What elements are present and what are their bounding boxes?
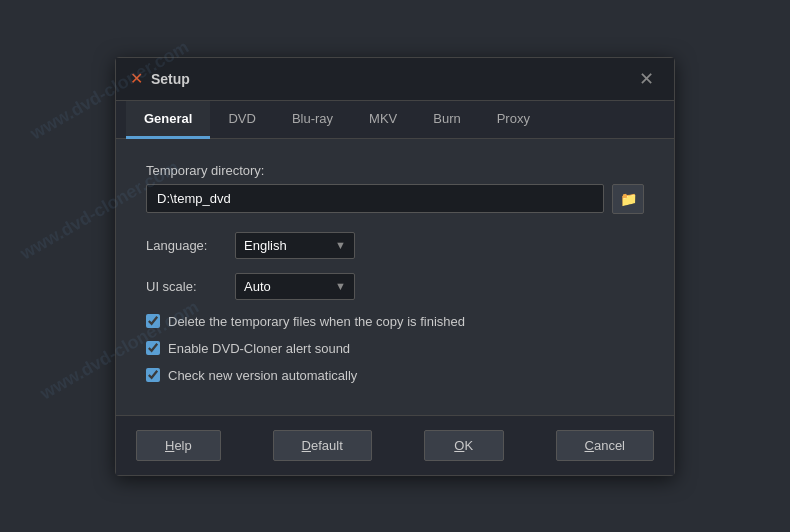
tab-mkv[interactable]: MKV xyxy=(351,101,415,139)
ok-button[interactable]: OK xyxy=(424,430,504,461)
tab-proxy[interactable]: Proxy xyxy=(479,101,548,139)
browse-button[interactable]: 📁 xyxy=(612,184,644,214)
checkbox-delete-temp-label: Delete the temporary files when the copy… xyxy=(168,314,465,329)
folder-icon: 📁 xyxy=(620,191,637,207)
language-dropdown[interactable]: English ▼ xyxy=(235,232,355,259)
tab-bluray[interactable]: Blu-ray xyxy=(274,101,351,139)
temp-dir-label: Temporary directory: xyxy=(146,163,644,178)
ui-scale-dropdown[interactable]: Auto ▼ xyxy=(235,273,355,300)
temp-dir-input[interactable] xyxy=(146,184,604,213)
tab-dvd[interactable]: DVD xyxy=(210,101,273,139)
language-label: Language: xyxy=(146,238,221,253)
checkbox-alert-sound-row: Enable DVD-Cloner alert sound xyxy=(146,341,644,356)
content-area: Temporary directory: 📁 Language: English… xyxy=(116,139,674,415)
checkbox-check-version-row: Check new version automatically xyxy=(146,368,644,383)
language-row: Language: English ▼ xyxy=(146,232,644,259)
checkbox-check-version[interactable] xyxy=(146,368,160,382)
checkbox-alert-sound[interactable] xyxy=(146,341,160,355)
title-bar: ✕ Setup ✕ xyxy=(116,58,674,101)
checkbox-delete-temp-row: Delete the temporary files when the copy… xyxy=(146,314,644,329)
dropdown-arrow-icon: ▼ xyxy=(335,239,346,251)
temp-dir-row: 📁 xyxy=(146,184,644,214)
checkbox-alert-sound-label: Enable DVD-Cloner alert sound xyxy=(168,341,350,356)
app-icon: ✕ xyxy=(130,69,143,88)
dropdown-arrow-icon-2: ▼ xyxy=(335,280,346,292)
checkbox-check-version-label: Check new version automatically xyxy=(168,368,357,383)
language-value: English xyxy=(244,238,287,253)
setup-dialog: ✕ Setup ✕ General DVD Blu-ray MKV Burn P… xyxy=(115,57,675,476)
tab-bar: General DVD Blu-ray MKV Burn Proxy xyxy=(116,101,674,139)
ui-scale-label: UI scale: xyxy=(146,279,221,294)
temp-dir-section: Temporary directory: 📁 xyxy=(146,163,644,214)
tab-general[interactable]: General xyxy=(126,101,210,139)
tab-burn[interactable]: Burn xyxy=(415,101,478,139)
ui-scale-row: UI scale: Auto ▼ xyxy=(146,273,644,300)
cancel-button[interactable]: Cancel xyxy=(556,430,654,461)
ui-scale-value: Auto xyxy=(244,279,271,294)
checkbox-delete-temp[interactable] xyxy=(146,314,160,328)
help-button[interactable]: Help xyxy=(136,430,221,461)
close-button[interactable]: ✕ xyxy=(633,68,660,90)
dialog-title: Setup xyxy=(151,71,190,87)
default-button[interactable]: Default xyxy=(273,430,372,461)
footer: Help Default OK Cancel xyxy=(116,415,674,475)
